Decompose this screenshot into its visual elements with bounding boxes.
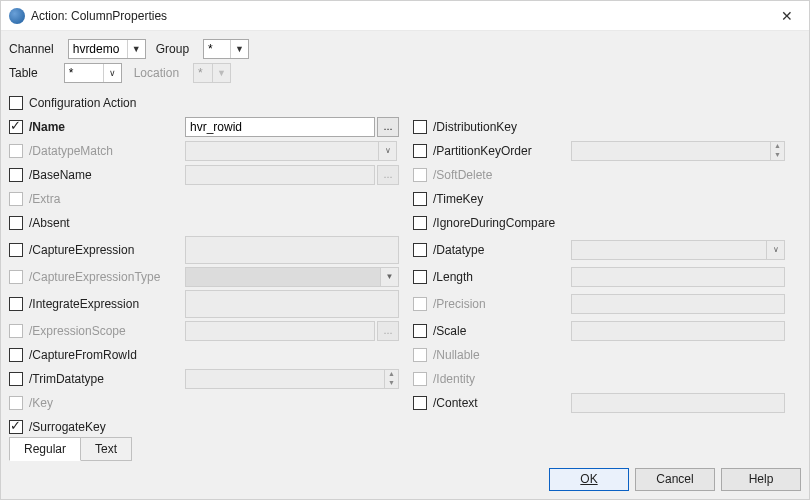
- row-ignore-during-compare: /IgnoreDuringCompare: [413, 211, 809, 235]
- close-icon[interactable]: ✕: [773, 8, 801, 24]
- checkbox-time-key[interactable]: [413, 192, 427, 206]
- ok-button[interactable]: OK: [549, 468, 629, 491]
- label-capture-expression-type: /CaptureExpressionType: [27, 270, 185, 284]
- row-capture-expression-type: /CaptureExpressionType ▼: [9, 265, 405, 289]
- help-button[interactable]: Help: [721, 468, 801, 491]
- row-identity: /Identity: [413, 367, 809, 391]
- input-expression-scope: [185, 321, 375, 341]
- label-configuration-action: Configuration Action: [27, 96, 136, 110]
- checkbox-surrogate-key[interactable]: [9, 420, 23, 434]
- browse-button-name[interactable]: ...: [377, 117, 399, 137]
- row-key: /Key: [9, 391, 405, 415]
- label-name: /Name: [27, 120, 185, 134]
- label-partition-key-order: /PartitionKeyOrder: [431, 144, 571, 158]
- checkbox-datatype-match[interactable]: [9, 144, 23, 158]
- channel-input[interactable]: [69, 40, 127, 58]
- dropdown-capture-expression-type: ▼: [381, 267, 399, 287]
- checkbox-scale[interactable]: [413, 324, 427, 338]
- input-integrate-expression: [185, 290, 399, 318]
- input-partition-key-order: [571, 141, 771, 161]
- browse-button-expression-scope: ...: [377, 321, 399, 341]
- dialog-buttons: OK Cancel Help: [549, 468, 801, 491]
- checkbox-datatype[interactable]: [413, 243, 427, 257]
- group-input[interactable]: [204, 40, 230, 58]
- label-extra: /Extra: [27, 192, 185, 206]
- checkbox-configuration-action[interactable]: [9, 96, 23, 110]
- dropdown-datatype-match: ∨: [379, 141, 397, 161]
- checkbox-context[interactable]: [413, 396, 427, 410]
- chevron-down-icon[interactable]: ▼: [127, 40, 145, 58]
- filter-row-2: Table ∨ Location ▼: [1, 63, 809, 87]
- checkbox-soft-delete[interactable]: [413, 168, 427, 182]
- row-datatype: /Datatype ∨: [413, 235, 809, 265]
- checkbox-absent[interactable]: [9, 216, 23, 230]
- checkbox-trim-datatype[interactable]: [9, 372, 23, 386]
- row-absent: /Absent: [9, 211, 405, 235]
- dropdown-datatype: ∨: [767, 240, 785, 260]
- checkbox-identity[interactable]: [413, 372, 427, 386]
- input-trim-datatype: [185, 369, 385, 389]
- checkbox-integrate-expression[interactable]: [9, 297, 23, 311]
- browse-button-basename: ...: [377, 165, 399, 185]
- label-trim-datatype: /TrimDatatype: [27, 372, 185, 386]
- label-precision: /Precision: [431, 297, 571, 311]
- chevron-down-icon[interactable]: ∨: [103, 64, 121, 82]
- input-capture-expression-type: [185, 267, 381, 287]
- properties-grid: Configuration Action /Name ... /Datatype…: [9, 91, 801, 443]
- dialog-content: Channel ▼ Group ▼ Table ∨ Location ▼ Con…: [1, 31, 809, 499]
- checkbox-precision[interactable]: [413, 297, 427, 311]
- input-length: [571, 267, 785, 287]
- label-integrate-expression: /IntegrateExpression: [27, 297, 185, 311]
- checkbox-key[interactable]: [9, 396, 23, 410]
- input-datatype-match: [185, 141, 379, 161]
- checkbox-name[interactable]: [9, 120, 23, 134]
- group-combo[interactable]: ▼: [203, 39, 249, 59]
- label-surrogate-key: /SurrogateKey: [27, 420, 185, 434]
- checkbox-distribution-key[interactable]: [413, 120, 427, 134]
- row-nullable: /Nullable: [413, 343, 809, 367]
- label-datatype-match: /DatatypeMatch: [27, 144, 185, 158]
- row-trim-datatype: /TrimDatatype ▲▼: [9, 367, 405, 391]
- spinner-trim-datatype: ▲▼: [385, 369, 399, 389]
- tab-bar: Regular Text: [9, 437, 132, 461]
- input-datatype: [571, 240, 767, 260]
- location-input: [194, 64, 212, 82]
- row-context: /Context: [413, 391, 809, 415]
- checkbox-expression-scope[interactable]: [9, 324, 23, 338]
- checkbox-nullable[interactable]: [413, 348, 427, 362]
- titlebar: Action: ColumnProperties ✕: [1, 1, 809, 31]
- checkbox-ignore-during-compare[interactable]: [413, 216, 427, 230]
- row-time-key: /TimeKey: [413, 187, 809, 211]
- tab-text[interactable]: Text: [81, 437, 132, 461]
- label-datatype: /Datatype: [431, 243, 571, 257]
- table-combo[interactable]: ∨: [64, 63, 122, 83]
- row-capture-from-rowid: /CaptureFromRowId: [9, 343, 405, 367]
- checkbox-extra[interactable]: [9, 192, 23, 206]
- location-label: Location: [134, 66, 179, 80]
- checkbox-capture-expression-type[interactable]: [9, 270, 23, 284]
- input-basename: [185, 165, 375, 185]
- channel-combo[interactable]: ▼: [68, 39, 146, 59]
- label-identity: /Identity: [431, 372, 571, 386]
- filter-row-1: Channel ▼ Group ▼: [1, 31, 809, 63]
- label-ignore-during-compare: /IgnoreDuringCompare: [431, 216, 591, 230]
- row-basename: /BaseName ...: [9, 163, 405, 187]
- checkbox-length[interactable]: [413, 270, 427, 284]
- checkbox-partition-key-order[interactable]: [413, 144, 427, 158]
- checkbox-capture-from-rowid[interactable]: [9, 348, 23, 362]
- spinner-partition-key-order: ▲▼: [771, 141, 785, 161]
- checkbox-basename[interactable]: [9, 168, 23, 182]
- label-capture-expression: /CaptureExpression: [27, 243, 185, 257]
- row-scale: /Scale: [413, 319, 809, 343]
- row-integrate-expression: /IntegrateExpression: [9, 289, 405, 319]
- row-name: /Name ...: [9, 115, 405, 139]
- input-name[interactable]: [185, 117, 375, 137]
- chevron-down-icon[interactable]: ▼: [230, 40, 248, 58]
- row-configuration-action: Configuration Action: [9, 91, 801, 115]
- tab-regular[interactable]: Regular: [9, 437, 81, 461]
- table-input[interactable]: [65, 64, 103, 82]
- label-context: /Context: [431, 396, 571, 410]
- channel-label: Channel: [9, 42, 54, 56]
- checkbox-capture-expression[interactable]: [9, 243, 23, 257]
- cancel-button[interactable]: Cancel: [635, 468, 715, 491]
